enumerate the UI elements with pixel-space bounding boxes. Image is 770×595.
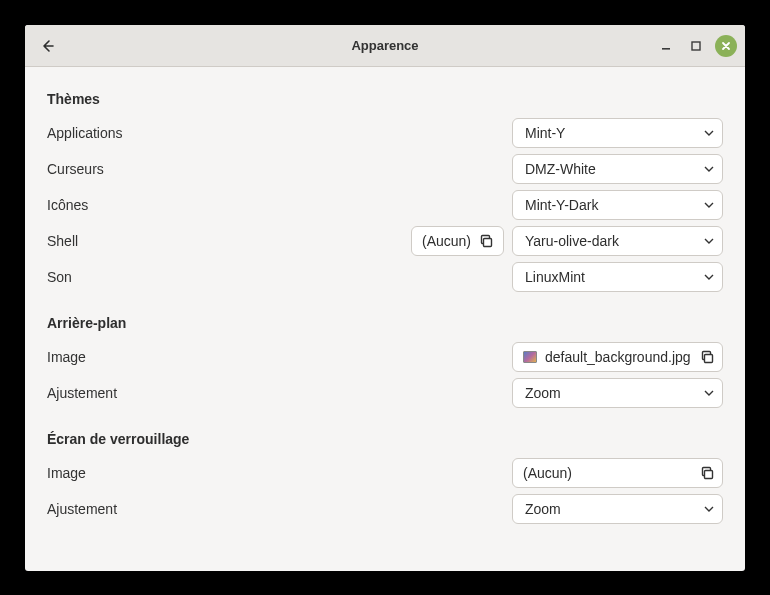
row-sound: Son LinuxMint xyxy=(47,259,723,295)
dropdown-value: Yaru-olive-dark xyxy=(525,233,704,249)
svg-rect-3 xyxy=(484,239,492,247)
dropdown-bg-adjust[interactable]: Zoom xyxy=(512,378,723,408)
filechooser-lock-image[interactable]: (Aucun) xyxy=(512,458,723,488)
row-icons: Icônes Mint-Y-Dark xyxy=(47,187,723,223)
minimize-button[interactable] xyxy=(655,35,677,57)
chevron-down-icon xyxy=(704,238,714,244)
back-button[interactable] xyxy=(33,32,61,60)
dropdown-value: DMZ-White xyxy=(525,161,704,177)
label-icons: Icônes xyxy=(47,197,504,213)
label-lock-image: Image xyxy=(47,465,504,481)
row-lock-image: Image (Aucun) xyxy=(47,455,723,491)
close-icon xyxy=(721,41,731,51)
maximize-icon xyxy=(691,41,701,51)
dropdown-sound[interactable]: LinuxMint xyxy=(512,262,723,292)
section-themes-title: Thèmes xyxy=(47,91,723,107)
file-chooser-icon xyxy=(700,350,714,364)
chevron-down-icon xyxy=(704,202,714,208)
chevron-down-icon xyxy=(704,506,714,512)
dropdown-cursors[interactable]: DMZ-White xyxy=(512,154,723,184)
row-bg-image: Image default_background.jpg xyxy=(47,339,723,375)
dropdown-applications[interactable]: Mint-Y xyxy=(512,118,723,148)
row-shell: Shell (Aucun) Yaru-olive-dark xyxy=(47,223,723,259)
shell-file-value: (Aucun) xyxy=(422,233,471,249)
svg-rect-1 xyxy=(692,42,700,50)
dropdown-value: Mint-Y xyxy=(525,125,704,141)
label-bg-image: Image xyxy=(47,349,504,365)
window-controls xyxy=(655,25,737,66)
file-chooser-icon xyxy=(700,466,714,480)
section-background-title: Arrière-plan xyxy=(47,315,723,331)
close-button[interactable] xyxy=(715,35,737,57)
row-bg-adjust: Ajustement Zoom xyxy=(47,375,723,411)
file-chooser-icon xyxy=(479,234,493,248)
svg-rect-0 xyxy=(662,48,670,50)
dropdown-icons[interactable]: Mint-Y-Dark xyxy=(512,190,723,220)
dropdown-value: Zoom xyxy=(525,385,704,401)
filechooser-bg-image[interactable]: default_background.jpg xyxy=(512,342,723,372)
chevron-down-icon xyxy=(704,274,714,280)
label-applications: Applications xyxy=(47,125,504,141)
dropdown-value: LinuxMint xyxy=(525,269,704,285)
row-cursors: Curseurs DMZ-White xyxy=(47,151,723,187)
dropdown-value: Zoom xyxy=(525,501,704,517)
row-applications: Applications Mint-Y xyxy=(47,115,723,151)
label-bg-adjust: Ajustement xyxy=(47,385,504,401)
window-title: Apparence xyxy=(25,38,745,53)
section-lockscreen-title: Écran de verrouillage xyxy=(47,431,723,447)
label-cursors: Curseurs xyxy=(47,161,504,177)
chevron-down-icon xyxy=(704,130,714,136)
dropdown-value: Mint-Y-Dark xyxy=(525,197,704,213)
back-arrow-icon xyxy=(39,38,55,54)
minimize-icon xyxy=(661,41,671,51)
chevron-down-icon xyxy=(704,166,714,172)
svg-rect-5 xyxy=(705,355,713,363)
appearance-window: Apparence Thèmes Applications xyxy=(25,25,745,571)
image-thumbnail-icon xyxy=(523,351,537,363)
filechooser-value: (Aucun) xyxy=(523,465,692,481)
dropdown-shell[interactable]: Yaru-olive-dark xyxy=(512,226,723,256)
titlebar: Apparence xyxy=(25,25,745,67)
label-sound: Son xyxy=(47,269,504,285)
label-lock-adjust: Ajustement xyxy=(47,501,504,517)
filechooser-value: default_background.jpg xyxy=(545,349,692,365)
dropdown-lock-adjust[interactable]: Zoom xyxy=(512,494,723,524)
svg-rect-7 xyxy=(705,471,713,479)
chevron-down-icon xyxy=(704,390,714,396)
row-lock-adjust: Ajustement Zoom xyxy=(47,491,723,527)
content-area: Thèmes Applications Mint-Y Curseurs DMZ-… xyxy=(25,67,745,571)
maximize-button[interactable] xyxy=(685,35,707,57)
shell-file-button[interactable]: (Aucun) xyxy=(411,226,504,256)
label-shell: Shell xyxy=(47,233,403,249)
